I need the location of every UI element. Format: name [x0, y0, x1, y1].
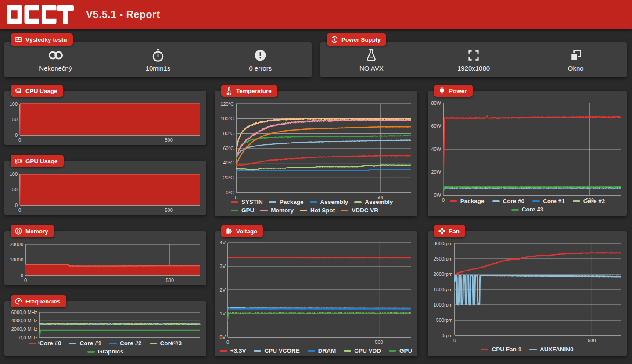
cpu-usage-badge: CPU Usage	[11, 85, 63, 97]
legend-swatch	[492, 200, 500, 202]
voltage-badge: Voltage	[221, 225, 263, 237]
legend-item: DRAM	[308, 347, 336, 354]
svg-text:1V: 1V	[220, 311, 226, 316]
legend-swatch	[220, 350, 227, 352]
badge-label: Frequencies	[25, 298, 61, 305]
gpu-usage-badge: GPU Usage	[11, 155, 64, 167]
gpu-plot: 0501000500	[7, 171, 204, 213]
cpu-plot: 0501000500	[7, 101, 204, 143]
legend-swatch	[573, 200, 580, 202]
stopwatch-icon	[151, 48, 165, 62]
thermometer-icon	[225, 87, 233, 95]
badge-label: CPU Usage	[25, 88, 57, 94]
legend-label: CPU VDD	[354, 347, 381, 354]
legend-item: Hot Spot	[300, 207, 335, 214]
fan-badge: Fan	[434, 225, 465, 237]
voltage-legend: +3.3VCPU VCOREDRAMCPU VDDGPU	[218, 347, 414, 354]
svg-text:500rpm: 500rpm	[436, 318, 452, 323]
svg-text:20000: 20000	[10, 242, 23, 247]
legend-swatch	[260, 210, 268, 211]
legend-item: GPU	[231, 207, 254, 214]
legend-label: Hot Spot	[310, 207, 335, 214]
legend-label: Assembly	[365, 199, 393, 205]
svg-text:0: 0	[226, 339, 229, 345]
power-badge: Power	[434, 85, 473, 97]
svg-text:60W: 60W	[431, 123, 441, 128]
svg-text:0V: 0V	[220, 335, 226, 340]
voltage-panel: Voltage 0V1V2V3V4V0500 +3.3VCPU VCOREDRA…	[215, 231, 417, 356]
legend-item: Core #3	[511, 206, 544, 213]
legend-swatch	[532, 200, 540, 202]
frequencies-legend: Core #0Core #1Core #2Core #3Graphics	[7, 340, 204, 355]
legend-item: Core #2	[109, 340, 142, 346]
legend-label: Core #1	[543, 198, 565, 204]
svg-text:120°C: 120°C	[220, 101, 234, 107]
power-panel: Power 0W20W40W60W80W0500 PackageCore #0C…	[428, 91, 627, 216]
legend-item: Assembly	[310, 199, 348, 205]
legend-label: Core #0	[503, 198, 525, 204]
legend-label: AUXFANIN0	[540, 346, 574, 353]
gpu-usage-panel: GPU Usage 0501000500	[4, 161, 206, 215]
svg-text:0: 0	[18, 207, 21, 213]
legend-label: CPU VCORE	[264, 347, 299, 354]
legend-swatch	[354, 201, 362, 203]
svg-text:6000,0 MHz: 6000,0 MHz	[11, 310, 37, 315]
svg-text:0,0 MHz: 0,0 MHz	[19, 335, 37, 340]
cpu-icon	[14, 87, 22, 95]
legend-item: Core #1	[532, 198, 565, 204]
app-header: V5.5.1 - Report	[0, 0, 632, 29]
legend-swatch	[109, 343, 117, 344]
svg-text:500: 500	[375, 339, 383, 345]
cpu-usage-chart: 0501000500	[7, 101, 204, 143]
badge-label: Memory	[25, 228, 48, 235]
legend-swatch	[87, 351, 95, 353]
badge-label: Voltage	[236, 228, 257, 235]
svg-text:1500rpm: 1500rpm	[434, 287, 452, 292]
legend-swatch	[310, 201, 317, 203]
test-duration-type: Nekonečný	[4, 47, 107, 72]
test-elapsed-time: 10min1s	[107, 47, 209, 72]
legend-swatch	[150, 343, 157, 344]
svg-text:0rpm: 0rpm	[442, 333, 452, 338]
legend-swatch	[341, 210, 348, 211]
legend-label: Graphics	[98, 348, 124, 355]
svg-text:4000,0 MHz: 4000,0 MHz	[11, 318, 37, 323]
svg-text:2000,0 MHz: 2000,0 MHz	[11, 326, 37, 332]
svg-text:80W: 80W	[431, 100, 441, 106]
power-legend: PackageCore #0Core #1Core #2Core #3	[431, 198, 624, 213]
memory-chart: 010000200000500	[7, 242, 204, 283]
legend-label: Core #3	[522, 206, 544, 213]
legend-label: Core #0	[40, 340, 61, 346]
legend-item: SYSTIN	[231, 199, 263, 205]
legend-label: Core #3	[160, 340, 182, 346]
legend-swatch	[29, 343, 36, 344]
svg-text:40W: 40W	[431, 146, 441, 152]
svg-text:50: 50	[12, 117, 18, 122]
legend-swatch	[450, 200, 457, 202]
legend-item: Core #1	[69, 340, 101, 346]
legend-item: Core #3	[150, 340, 182, 346]
window-icon	[569, 49, 582, 62]
psu-window-mode: Okno	[524, 47, 627, 72]
occt-logo	[7, 5, 74, 24]
power-cycle-icon	[330, 36, 338, 43]
svg-text:10000: 10000	[10, 257, 23, 262]
legend-label: DRAM	[318, 347, 336, 354]
memory-plot: 010000200000500	[7, 242, 204, 283]
memory-panel: Memory 010000200000500	[4, 231, 206, 285]
legend-label: SYSTIN	[241, 199, 263, 205]
svg-text:0: 0	[453, 338, 456, 343]
report-icon	[14, 36, 22, 43]
svg-text:0: 0	[21, 273, 23, 278]
svg-text:0: 0	[24, 278, 27, 283]
voltage-chart: 0V1V2V3V4V0500	[218, 240, 414, 345]
frequencies-badge: Frequencies	[11, 295, 66, 307]
gauge-icon	[14, 297, 22, 305]
svg-text:2V: 2V	[220, 287, 226, 293]
svg-text:40°C: 40°C	[223, 160, 234, 165]
flask-icon	[364, 48, 378, 62]
legend-item: CPU VCORE	[254, 347, 299, 354]
cpu-usage-panel: CPU Usage 0501000500	[4, 91, 206, 145]
svg-text:50: 50	[12, 187, 18, 192]
legend-swatch	[308, 350, 315, 352]
